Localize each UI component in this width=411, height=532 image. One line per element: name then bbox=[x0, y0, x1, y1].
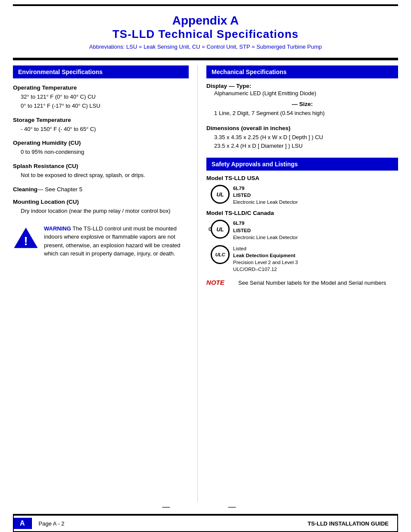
humidity-value: 0 to 95% non-condensing bbox=[21, 148, 189, 157]
note-label: NOTE bbox=[206, 279, 232, 286]
mounting-label: Mounting Location (CU) bbox=[13, 199, 189, 205]
display-size-label: — Size: bbox=[206, 101, 398, 107]
ul-usa-number: 6L79 bbox=[233, 185, 298, 192]
header: Appendix A TS-LLD Technical Specificatio… bbox=[0, 6, 411, 54]
cleaning-line: Cleaning— See Chapter 5 bbox=[13, 186, 189, 193]
splash-label: Splash Resistance (CU) bbox=[13, 163, 189, 169]
warning-label: WARNING bbox=[44, 225, 71, 232]
abbreviations-line: Abbreviations: LSU = Leak Sensing Unit, … bbox=[13, 44, 398, 50]
safety-section: Safety Approvals and Listings Model TS-L… bbox=[206, 158, 398, 287]
env-spec-header: Environmental Specifications bbox=[13, 65, 189, 78]
footer-bar: A Page A - 2 TS-LLD INSTALLATION GUIDE bbox=[13, 515, 398, 532]
svg-text:!: ! bbox=[24, 234, 28, 248]
ulc-listed-label: Listed bbox=[233, 245, 298, 252]
ul-canada-listing: C UL 6L79 LISTED Electronic Line Leak De… bbox=[211, 220, 398, 240]
operating-temp-2: 0° to 121° F (-17° to 40° C) LSU bbox=[21, 102, 189, 111]
ul-circle-canada: C UL bbox=[211, 220, 230, 239]
warning-box: ! WARNING The TS-LLD control unit must b… bbox=[13, 224, 189, 258]
footer-page-number: Page A - 2 bbox=[39, 520, 308, 527]
footer-area: — — A Page A - 2 TS-LLD INSTALLATION GUI… bbox=[0, 502, 411, 532]
ulc-desc: Precision Level 2 and Level 3 bbox=[233, 259, 298, 266]
right-column: Mechanical Specifications Display — Type… bbox=[198, 65, 398, 502]
ul-canada-listed: LISTED bbox=[233, 227, 298, 234]
ul-canada-number: 6L79 bbox=[233, 220, 298, 227]
left-column: Environmental Specifications Operating T… bbox=[13, 65, 198, 502]
page-subtitle: TS-LLD Technical Specifications bbox=[13, 28, 398, 41]
model-usa-label: Model TS-LLD USA bbox=[206, 175, 398, 181]
warning-text-block: WARNING The TS-LLD control unit must be … bbox=[44, 224, 189, 258]
main-content: Environmental Specifications Operating T… bbox=[0, 65, 411, 502]
mech-spec-header: Mechanical Specifications bbox=[206, 65, 398, 78]
display-type-value: Alphanumeric LED (Light Emitting Diode) bbox=[214, 89, 398, 98]
page-appendix-title: Appendix A bbox=[13, 14, 398, 28]
page: Appendix A TS-LLD Technical Specificatio… bbox=[0, 0, 411, 532]
ul-c-prefix: C bbox=[209, 227, 212, 232]
display-type-label: Display — Type: bbox=[206, 83, 398, 89]
footer-dashes: — — bbox=[13, 502, 398, 511]
ulc-standard: ULC/ORD–C107.12 bbox=[233, 266, 298, 273]
storage-temp-value: - 40° to 150° F (- 40° to 65° C) bbox=[21, 125, 189, 134]
operating-temp-1: 32° to 121° F (0° to 40° C) CU bbox=[21, 93, 189, 102]
splash-value: Not to be exposed to direct spray, splas… bbox=[21, 171, 189, 180]
model-canada-label: Model TS-LLD/C Canada bbox=[206, 210, 398, 216]
dimensions-1: 3.35 x 4.35 x 2.25 (H x W x D [ Depth ] … bbox=[214, 133, 398, 142]
ul-usa-text: 6L79 LISTED Electronic Line Leak Detecto… bbox=[233, 185, 298, 205]
ul-usa-desc: Electronic Line Leak Detector bbox=[233, 199, 298, 205]
operating-temp-label: Operating Temperature bbox=[13, 84, 189, 91]
footer-appendix-letter: A bbox=[14, 518, 32, 529]
dimensions-label: Dimensions (overall in inches) bbox=[206, 125, 398, 131]
ul-circle-usa: UL bbox=[211, 185, 230, 204]
ul-canada-text: 6L79 LISTED Electronic Line Leak Detecto… bbox=[233, 220, 298, 240]
ulc-circle: ULC bbox=[211, 245, 230, 264]
ul-canada-desc: Electronic Line Leak Detector bbox=[233, 234, 298, 241]
ul-usa-listing: UL 6L79 LISTED Electronic Line Leak Dete… bbox=[211, 185, 398, 205]
humidity-label: Operating Humidity (CU) bbox=[13, 140, 189, 146]
dimensions-2: 23.5 x 2.4 (H x D [ Diameter ] ) LSU bbox=[214, 142, 398, 151]
footer-guide-title: TS-LLD INSTALLATION GUIDE bbox=[308, 520, 389, 527]
warning-triangle-icon: ! bbox=[13, 226, 39, 250]
safety-header: Safety Approvals and Listings bbox=[206, 158, 398, 171]
cleaning-value: — See Chapter 5 bbox=[37, 186, 82, 193]
note-text: See Serial Number labels for the Model a… bbox=[238, 279, 386, 287]
double-border bbox=[13, 58, 398, 60]
ulc-bold: Leak Detection Equipment bbox=[233, 252, 298, 259]
ul-usa-listed: LISTED bbox=[233, 192, 298, 199]
storage-temp-label: Storage Temperature bbox=[13, 117, 189, 123]
mounting-value: Dry indoor location (near the pump relay… bbox=[21, 207, 189, 216]
cleaning-label: Cleaning bbox=[13, 186, 37, 193]
display-size-value: 1 Line, 2 Digit, 7 Segment (0.54 inches … bbox=[214, 109, 398, 118]
ulc-text: Listed Leak Detection Equipment Precisio… bbox=[233, 245, 298, 273]
ulc-listing: ULC Listed Leak Detection Equipment Prec… bbox=[211, 245, 398, 273]
note-box: NOTE See Serial Number labels for the Mo… bbox=[206, 279, 398, 287]
